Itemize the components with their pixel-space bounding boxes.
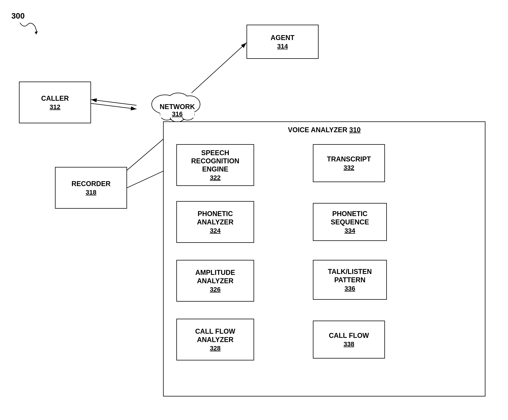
svg-line-19: [91, 100, 137, 105]
svg-point-10: [161, 100, 194, 120]
svg-point-9: [180, 96, 200, 112]
call-flow-analyzer-box: CALL FLOWANALYZER 328: [176, 319, 254, 360]
svg-text:NETWORK: NETWORK: [160, 103, 195, 111]
talk-listen-pattern-box: TALK/LISTENPATTERN 336: [313, 260, 387, 300]
pa-number: 324: [210, 227, 221, 234]
caller-box: CALLER 312: [19, 82, 91, 123]
recorder-number: 318: [86, 188, 96, 196]
pa-label: PHONETICANALYZER: [197, 210, 234, 226]
svg-line-17: [191, 43, 247, 93]
voice-analyzer-number: 310: [349, 126, 361, 134]
caller-number: 312: [50, 103, 60, 111]
caller-label: CALLER: [41, 94, 69, 102]
cf-label: CALL FLOW: [329, 331, 369, 340]
cfa-label: CALL FLOWANALYZER: [195, 327, 235, 344]
svg-marker-0: [35, 31, 38, 35]
voice-analyzer-label: VOICE ANALYZER 310: [288, 126, 361, 134]
sre-label: SPEECHRECOGNITIONENGINE: [191, 149, 239, 173]
svg-line-18: [91, 103, 137, 109]
aa-number: 326: [210, 286, 221, 293]
svg-point-8: [167, 93, 189, 110]
svg-point-3: [152, 95, 178, 114]
phonetic-analyzer-box: PHONETICANALYZER 324: [176, 201, 254, 243]
ps-label: PHONETICSEQUENCE: [331, 210, 369, 226]
ps-number: 334: [345, 227, 355, 234]
transcript-label: TRANSCRIPT: [327, 155, 371, 163]
tlp-number: 336: [345, 285, 355, 292]
svg-point-11: [160, 109, 174, 120]
svg-rect-14: [160, 109, 194, 118]
agent-label: AGENT: [271, 34, 294, 42]
agent-box: AGENT 314: [247, 25, 319, 59]
speech-recognition-engine-box: SPEECHRECOGNITIONENGINE 322: [176, 144, 254, 186]
svg-point-5: [179, 96, 200, 113]
svg-point-4: [167, 93, 190, 110]
amplitude-analyzer-box: AMPLITUDEANALYZER 326: [176, 260, 254, 302]
agent-number: 314: [277, 43, 288, 50]
transcript-number: 332: [344, 164, 354, 171]
call-flow-box: CALL FLOW 338: [313, 321, 385, 359]
transcript-box: TRANSCRIPT 332: [313, 144, 385, 182]
tlp-label: TALK/LISTENPATTERN: [328, 268, 372, 284]
squiggle-icon: [18, 21, 41, 36]
recorder-box: RECORDER 318: [55, 167, 127, 209]
fig-number: 300: [11, 11, 25, 21]
phonetic-sequence-box: PHONETICSEQUENCE 334: [313, 203, 387, 241]
svg-point-12: [170, 111, 184, 122]
svg-point-13: [181, 109, 194, 120]
diagram-container: 300: [0, 0, 508, 420]
cfa-number: 328: [210, 345, 221, 352]
recorder-label: RECORDER: [72, 180, 110, 188]
svg-text:316: 316: [172, 110, 183, 117]
aa-label: AMPLITUDEANALYZER: [195, 269, 235, 285]
sre-number: 322: [210, 174, 221, 181]
cf-number: 338: [344, 340, 354, 348]
svg-point-6: [160, 100, 194, 120]
svg-point-7: [152, 95, 178, 113]
